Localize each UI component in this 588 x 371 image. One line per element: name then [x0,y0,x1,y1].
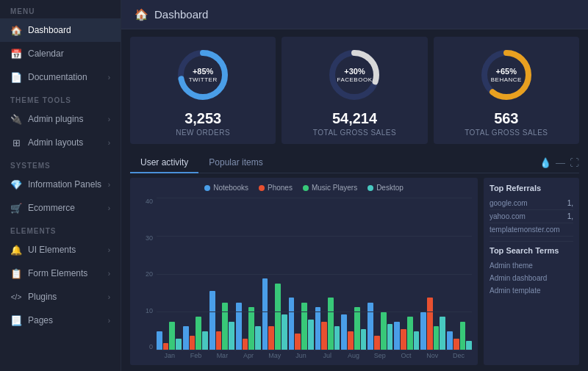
bar-desktop[interactable] [282,314,287,350]
bar-notebooks[interactable] [341,314,347,350]
bar-phones[interactable] [401,329,406,350]
tab-popular-items[interactable]: Popular items [198,153,273,173]
sidebar: MENU 🏠 Dashboard 📅 Calendar 📄 Documentat… [0,0,121,371]
home-icon: 🏠 [10,24,22,36]
bar-phones[interactable] [243,339,248,350]
bar-desktop[interactable] [440,317,445,350]
bar-music[interactable] [407,317,413,350]
minimize-icon[interactable]: — [556,157,565,168]
bar-music[interactable] [222,303,228,350]
bar-music[interactable] [434,326,440,350]
bar-desktop[interactable] [387,324,393,350]
bar-phones[interactable] [216,331,222,350]
chevron-icon: › [108,73,110,82]
code-icon: </> [10,291,22,303]
content-area: User activity Popular items 💧 — ⛶ Notebo… [121,150,588,371]
sidebar-item-documentation[interactable]: 📄 Documentation › [0,65,121,89]
sidebar-item-calendar[interactable]: 📅 Calendar [0,42,121,65]
bar-desktop[interactable] [229,322,234,350]
bar-notebooks[interactable] [157,331,162,350]
bar-chart-inner: 010203040 [136,198,472,364]
y-label: 10 [136,307,155,314]
form-icon: 📋 [10,267,22,279]
bar-phones[interactable] [295,334,301,350]
bar-phones[interactable] [348,331,354,350]
page-title: Dashboard [154,8,208,21]
elements-label: ELEMENTS [0,220,121,238]
grid-line [157,236,472,237]
bar-music[interactable] [275,284,281,350]
divider [490,241,573,242]
expand-icon[interactable]: ⛶ [570,157,579,168]
stat-label-facebook: TOTAL GROSS SALES [313,129,396,137]
tabs-bar: User activity Popular items 💧 — ⛶ [130,150,579,173]
bar-music[interactable] [328,298,334,350]
legend-desktop: Desktop [368,184,404,192]
bar-group [183,317,208,350]
sidebar-item-admin-plugins[interactable]: 🔌 Admin plugins › [0,107,121,131]
sidebar-item-info-panels[interactable]: 💎 Information Panels › [0,173,121,196]
bar-notebooks[interactable] [262,278,268,350]
bar-phones[interactable] [268,326,274,350]
bar-group [341,307,366,350]
tab-user-activity[interactable]: User activity [130,153,198,173]
sidebar-item-pages[interactable]: 📃 Pages › [0,309,121,332]
sidebar-label-documentation: Documentation [28,72,108,82]
bar-phones[interactable] [163,343,169,350]
legend-phones: Phones [259,184,293,192]
bar-music[interactable] [169,322,175,350]
bar-desktop[interactable] [176,339,182,350]
sidebar-item-ui-elements[interactable]: 🔔 UI Elements › [0,238,121,262]
bar-desktop[interactable] [361,329,367,350]
chevron-icon-2: › [108,115,110,123]
bar-phones[interactable] [374,336,380,350]
bar-phones[interactable] [321,322,327,350]
bar-notebooks[interactable] [236,303,242,350]
calendar-icon: 📅 [10,48,22,60]
bar-desktop[interactable] [414,331,420,350]
bar-music[interactable] [381,312,387,350]
bar-notebooks[interactable] [420,312,426,350]
sidebar-item-dashboard[interactable]: 🏠 Dashboard [0,18,121,42]
bar-desktop[interactable] [202,331,208,350]
sidebar-label-ecommerce: Ecommerce [28,203,108,213]
bar-notebooks[interactable] [447,331,453,350]
bar-notebooks[interactable] [289,298,295,350]
header-home-icon: 🏠 [135,8,148,21]
menu-section-label: MENU [0,0,121,18]
droplet-icon[interactable]: 💧 [539,157,551,168]
bell-icon: 🔔 [10,244,22,256]
bar-group [209,291,234,350]
sidebar-item-form-elements[interactable]: 📋 Form Elements › [0,262,121,285]
bar-notebooks[interactable] [368,303,373,350]
bar-group [447,322,472,350]
bar-phones[interactable] [190,336,196,350]
bar-phones[interactable] [453,339,459,350]
bar-desktop[interactable] [334,326,340,350]
stat-card-behance: +65% BEHANCE 563 TOTAL GROSS SALES [434,37,579,144]
bar-group [394,317,419,350]
bar-notebooks[interactable] [315,307,321,350]
bar-music[interactable] [354,307,360,350]
y-label: 0 [136,343,155,350]
bar-music[interactable] [196,317,201,350]
referral-google: google.com 1, [490,197,573,210]
bar-notebooks[interactable] [394,322,400,350]
bar-desktop[interactable] [308,320,314,350]
sidebar-item-plugins[interactable]: </> Plugins › [0,285,121,309]
bar-music[interactable] [460,322,466,350]
bar-music[interactable] [301,303,307,350]
legend-notebooks: Notebooks [204,184,248,192]
theme-tools-label: THEME TOOLS [0,89,121,107]
bar-music[interactable] [248,307,254,350]
bar-desktop[interactable] [466,341,472,350]
bar-notebooks[interactable] [209,291,215,350]
sidebar-item-ecommerce[interactable]: 🛒 Ecommerce › [0,196,121,220]
bar-desktop[interactable] [255,326,261,350]
bar-notebooks[interactable] [183,326,189,350]
stat-label-behance: TOTAL GROSS SALES [465,129,548,137]
sidebar-item-admin-layouts[interactable]: ⊞ Admin layouts › [0,131,121,154]
bar-phones[interactable] [427,298,433,350]
sidebar-label-info-panels: Information Panels [28,179,108,190]
legend-music: Music Players [303,184,357,192]
